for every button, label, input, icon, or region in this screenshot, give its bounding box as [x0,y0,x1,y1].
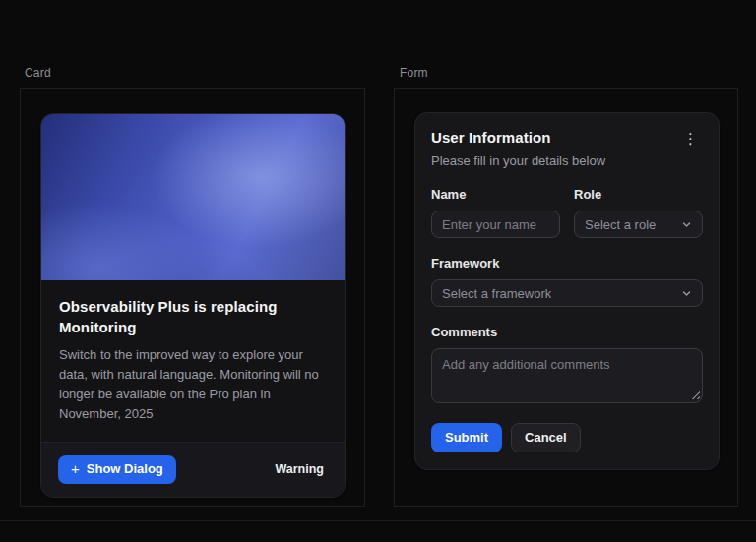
form-subtitle: Please fill in your details below [431,153,703,168]
comments-textarea-wrap [431,348,703,403]
user-information-form: User Information ⋮ Please fill in your d… [414,112,720,470]
name-input[interactable] [431,211,560,238]
comments-field-group: Comments [431,325,703,403]
form-title: User Information [431,129,551,146]
name-role-row: Name Role Select a role [431,187,703,238]
cancel-button[interactable]: Cancel [511,423,581,452]
comments-textarea[interactable] [431,348,703,403]
form-demo-container: User Information ⋮ Please fill in your d… [394,88,738,507]
card-section-label: Card [25,66,51,80]
form-header: User Information ⋮ [431,129,703,148]
name-label: Name [431,187,560,202]
card-demo-container: Observability Plus is replacing Monitori… [20,88,365,507]
framework-label: Framework [431,256,703,271]
card-footer: + Show Dialog Warning [41,442,345,497]
kebab-menu-icon[interactable]: ⋮ [678,129,703,148]
show-dialog-button[interactable]: + Show Dialog [58,455,176,484]
form-actions: Submit Cancel [431,423,703,452]
comments-label: Comments [431,325,703,339]
card-body: Observability Plus is replacing Monitori… [41,280,345,442]
card-title: Observability Plus is replacing Monitori… [59,296,305,337]
name-field-group: Name [431,187,560,238]
role-label: Role [574,187,703,202]
chevron-down-icon [681,219,692,230]
observability-card: Observability Plus is replacing Monitori… [40,113,346,498]
form-section-label: Form [400,66,428,80]
framework-select[interactable]: Select a framework [431,279,703,307]
role-select[interactable]: Select a role [574,211,703,238]
card-description: Switch to the improved way to explore yo… [59,345,327,425]
role-field-group: Role Select a role [574,187,703,238]
show-dialog-label: Show Dialog [87,462,163,477]
plus-icon: + [71,462,80,476]
bottom-divider [0,520,756,521]
role-select-value: Select a role [585,217,656,232]
card-cover-image [41,114,345,280]
chevron-down-icon [681,288,692,299]
framework-select-value: Select a framework [442,286,551,301]
submit-button[interactable]: Submit [431,423,502,452]
warning-button[interactable]: Warning [271,456,328,482]
framework-field-group: Framework Select a framework [431,256,703,307]
